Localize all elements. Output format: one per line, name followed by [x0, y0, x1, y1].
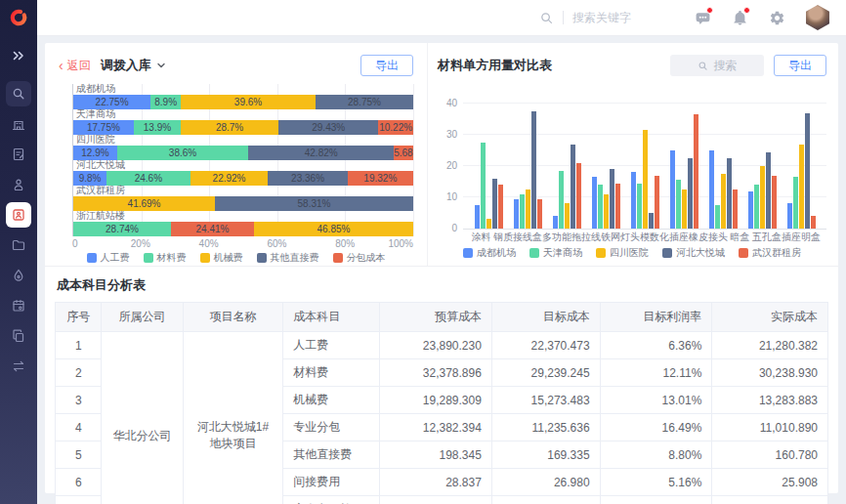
column-header: 目标利润率	[600, 303, 712, 332]
messages-button[interactable]	[694, 9, 711, 26]
sidebar-item-files[interactable]	[6, 232, 31, 258]
sidebar-item-materials[interactable]	[6, 263, 31, 288]
legend-label: 天津商场	[543, 246, 582, 260]
bar	[631, 172, 636, 229]
bar-segment: 13.9%	[134, 120, 181, 135]
bar	[805, 113, 810, 229]
legend-item[interactable]: 四川医院	[596, 246, 649, 260]
bar	[655, 176, 659, 229]
bar	[537, 199, 542, 229]
sidebar-item-search[interactable]	[6, 81, 31, 106]
page-title-dropdown[interactable]: 调拨入库	[101, 57, 166, 74]
export-button-left[interactable]: 导出	[360, 55, 413, 76]
legend-item[interactable]: 机械费	[200, 251, 243, 265]
bar	[793, 177, 798, 229]
export-button-right[interactable]: 导出	[774, 55, 826, 76]
sidebar-item-personnel[interactable]	[6, 172, 31, 197]
cell-value: 28.837	[380, 469, 492, 496]
stacked-bar-row: 四川医院12.9%38.6%42.82%5.68%	[73, 135, 413, 160]
legend-item[interactable]: 天津商场	[529, 246, 582, 260]
cell-index: 4	[56, 414, 102, 441]
legend-label: 分包成本	[347, 251, 386, 265]
legend-item[interactable]: 河北大悦城	[662, 246, 725, 260]
bar-segment: 28.74%	[73, 222, 171, 236]
search-divider	[563, 11, 564, 24]
legend-item[interactable]: 人工费	[87, 251, 130, 265]
table-header-row: 序号所属公司项目名称成本科目预算成本目标成本目标利润率实际成本	[56, 303, 828, 332]
bar	[615, 184, 620, 229]
category-label: 四川医院	[76, 135, 413, 145]
sidebar-item-copies[interactable]	[6, 323, 31, 349]
legend-swatch	[529, 248, 539, 258]
chart-search-input[interactable]: 搜索	[670, 55, 764, 76]
axis-tick-label: 60%	[267, 238, 286, 249]
cell-cost-subject: 专业分包	[283, 414, 380, 441]
legend-item[interactable]: 武汉群租房	[739, 246, 801, 260]
gridline	[413, 84, 414, 236]
bar	[748, 191, 753, 229]
logo-ring-icon	[9, 8, 28, 27]
bar-segment: 17.75%	[73, 120, 134, 135]
bar-group	[547, 104, 586, 229]
category-label: 浙江航站楼	[76, 211, 413, 221]
column-header: 项目名称	[183, 303, 283, 332]
sidebar-item-cost-active[interactable]	[6, 202, 31, 228]
bar	[721, 174, 726, 229]
legend-item[interactable]: 成都机场	[463, 246, 516, 260]
legend-item[interactable]: 分包成本	[333, 251, 386, 265]
cell-index: 2	[56, 359, 102, 387]
bar	[526, 189, 530, 229]
sidebar-item-schedule[interactable]	[6, 293, 31, 318]
legend-swatch	[144, 253, 153, 263]
cell-value: 16.49%	[600, 414, 712, 441]
charts-row: ‹ 返回 调拨入库 导出 成都机场22.75%8.9%39.6%28.75%天津…	[45, 43, 838, 267]
sidebar-item-documents[interactable]	[6, 142, 31, 167]
bar	[481, 143, 486, 229]
bar	[486, 219, 491, 229]
user-audit-icon	[11, 177, 26, 192]
cell-value: 169.335	[491, 441, 600, 469]
cell-cost-subject: 间接费用	[283, 469, 380, 496]
column-header: 预算成本	[380, 303, 492, 332]
main-content: ‹ 返回 调拨入库 导出 成都机场22.75%8.9%39.6%28.75%天津…	[37, 35, 846, 504]
notifications-button[interactable]	[731, 9, 748, 26]
stacked-bar: 17.75%13.9%28.7%29.43%10.22%	[73, 120, 413, 135]
settings-button[interactable]	[768, 9, 785, 26]
cost-table-section: 成本科目分析表 序号所属公司项目名称成本科目预算成本目标成本目标利润率实际成本1…	[45, 267, 838, 504]
axis-tick-label: 20	[438, 160, 457, 171]
sidebar-collapse-icon[interactable]	[6, 43, 31, 68]
stacked-bar-row: 武汉群租房41.69%58.31%	[73, 186, 413, 211]
stacked-bar: 12.9%38.6%42.82%5.68%	[73, 146, 413, 160]
bar-segment: 24.6%	[106, 171, 190, 186]
axis-tick-label: 100%	[388, 238, 413, 249]
cell-value: 32,378.896	[380, 359, 492, 387]
bar	[754, 185, 759, 229]
legend-item[interactable]: 材料费	[144, 251, 187, 265]
bar	[688, 158, 693, 229]
category-label: 武汉群租房	[76, 186, 413, 195]
stacked-chart-legend: 人工费材料费机械费其他直接费分包成本	[59, 250, 413, 266]
cell-cost-subject: 机械费	[283, 387, 380, 414]
user-avatar[interactable]	[805, 5, 830, 30]
bar	[475, 205, 480, 229]
bar	[766, 152, 771, 229]
folder-icon	[11, 237, 26, 253]
global-search-input[interactable]: 搜索关键字	[539, 10, 631, 26]
legend-swatch	[463, 248, 473, 258]
stacked-bar-row: 河北大悦城9.8%24.6%22.92%23.36%19.32%	[73, 160, 413, 186]
cell-index: 1	[56, 332, 102, 359]
legend-label: 武汉群租房	[752, 246, 801, 260]
cell-cost-subject: 安全文明施工费	[283, 496, 380, 504]
legend-item[interactable]: 其他直接费	[257, 251, 319, 265]
back-button[interactable]: ‹ 返回	[59, 58, 91, 74]
sidebar-item-organization[interactable]	[6, 111, 31, 137]
sidebar-item-transfer[interactable]	[6, 354, 31, 379]
cell-index: 6	[56, 469, 102, 496]
axis-tick-label: 40	[438, 98, 457, 108]
app-logo[interactable]	[0, 0, 37, 35]
cell-value: 160.780	[712, 441, 828, 469]
bar-segment: 5.68%	[394, 146, 413, 160]
cell-value: 91.890	[712, 496, 828, 504]
table-row: 1华北分公司河北大悦城1#地块项目人工费23,890.23022,370.473…	[56, 332, 828, 359]
bar-segment: 9.8%	[73, 171, 106, 186]
